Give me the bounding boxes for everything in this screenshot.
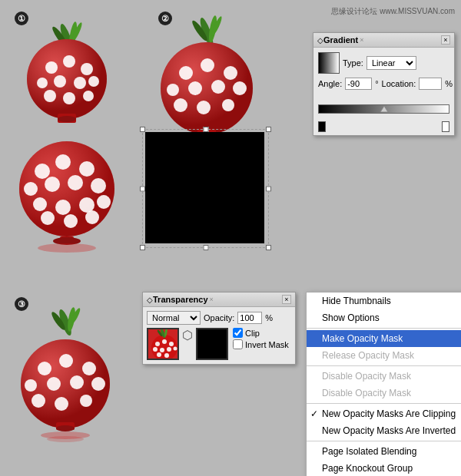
svg-point-31 [68, 175, 83, 190]
svg-point-76 [55, 397, 68, 411]
svg-point-88 [160, 348, 164, 352]
svg-point-33 [33, 197, 47, 211]
clip-checkbox[interactable] [233, 328, 243, 338]
handle-bl[interactable] [140, 245, 145, 250]
svg-point-73 [70, 375, 84, 389]
svg-point-36 [97, 195, 111, 209]
svg-point-92 [164, 353, 169, 358]
svg-point-75 [32, 394, 45, 408]
svg-point-13 [63, 55, 75, 68]
panel-tab-indicator: × [360, 36, 363, 44]
svg-point-27 [55, 154, 71, 170]
svg-point-70 [82, 362, 96, 375]
gradient-rectangle [142, 129, 269, 248]
svg-point-14 [81, 63, 93, 75]
mask-thumb-black[interactable] [196, 328, 228, 360]
transparency-panel-titlebar[interactable]: ◇ Transparency × × [143, 293, 295, 307]
context-menu: Hide Thumbnails Show Options Make Opacit… [306, 292, 461, 476]
stop-black[interactable] [318, 121, 326, 132]
svg-point-58 [222, 99, 234, 111]
mask-link-icon[interactable]: ⬡ [182, 328, 193, 342]
handle-br[interactable] [266, 245, 271, 250]
type-select[interactable]: Linear [366, 56, 416, 70]
stop-white[interactable] [442, 121, 449, 132]
menu-item-new-opacity-inverted[interactable]: New Opacity Masks Are Inverted [307, 422, 461, 439]
gradient-preview[interactable] [318, 52, 340, 74]
menu-item-hide-thumbnails[interactable]: Hide Thumbnails [307, 293, 461, 309]
svg-point-77 [80, 395, 92, 407]
svg-point-34 [55, 200, 71, 215]
type-label: Type: [343, 58, 363, 68]
panel-tab-indicator-2: × [210, 296, 214, 303]
handle-mr[interactable] [266, 186, 271, 191]
menu-divider-2 [307, 365, 461, 366]
opacity-input[interactable] [237, 312, 262, 324]
gradient-stops-row [318, 121, 449, 132]
gradient-panel-titlebar[interactable]: ◇ Gradient × × [313, 33, 454, 48]
svg-point-72 [47, 377, 61, 391]
svg-point-56 [174, 98, 187, 112]
menu-item-disable-opacity-mask[interactable]: Disable Opacity Mask [307, 368, 461, 385]
gradient-panel-title: Gradient [323, 35, 358, 45]
transparency-panel-title: Transparency [153, 295, 208, 304]
menu-item-release-opacity-mask[interactable]: Release Opacity Mask [307, 347, 461, 364]
menu-item-page-isolated[interactable]: Page Isolated Blending [307, 443, 461, 460]
angle-input[interactable] [345, 78, 372, 90]
gradient-panel-close[interactable]: × [441, 35, 450, 45]
svg-point-91 [157, 352, 161, 357]
vase-illustration-1 [8, 21, 127, 284]
svg-point-15 [37, 78, 48, 88]
svg-point-32 [91, 178, 106, 193]
svg-point-84 [155, 342, 160, 346]
svg-point-21 [83, 91, 94, 101]
location-input[interactable] [419, 78, 442, 90]
svg-point-26 [35, 164, 50, 179]
gradient-angle-row: Angle: ° Location: % [318, 78, 449, 90]
svg-point-18 [88, 76, 99, 87]
invert-mask-checkbox[interactable] [233, 339, 243, 349]
invert-mask-option[interactable]: Invert Mask [233, 339, 289, 349]
menu-item-show-options[interactable]: Show Options [307, 309, 461, 326]
svg-point-50 [201, 58, 214, 72]
menu-divider-1 [307, 328, 461, 329]
watermark: 思缘设计论坛 www.MISSVUAN.com [331, 6, 455, 17]
blend-mode-select[interactable]: Normal [147, 311, 201, 325]
svg-point-53 [188, 81, 202, 95]
svg-point-28 [79, 161, 95, 177]
svg-point-29 [24, 182, 38, 196]
svg-point-89 [167, 347, 171, 352]
diamond-icon: ◇ [317, 36, 323, 45]
svg-point-57 [197, 101, 211, 114]
menu-item-page-knockout[interactable]: Page Knockout Group [307, 460, 461, 476]
svg-point-68 [38, 362, 51, 375]
gradient-bar-container [318, 104, 449, 118]
svg-point-54 [211, 80, 225, 94]
handle-tl[interactable] [140, 127, 145, 132]
svg-point-79 [56, 425, 75, 431]
handle-bm[interactable] [203, 245, 208, 250]
svg-point-49 [179, 66, 193, 80]
svg-point-55 [233, 81, 247, 95]
handle-ml[interactable] [140, 186, 145, 191]
percent-symbol: % [445, 79, 453, 88]
clip-option[interactable]: Clip [233, 328, 289, 338]
mask-thumb-vase[interactable] [147, 328, 179, 360]
svg-point-19 [44, 90, 56, 102]
handle-tm[interactable] [203, 127, 208, 132]
menu-divider-3 [307, 403, 461, 404]
menu-item-unlink-opacity-mask[interactable]: Disable Opacity Mask [307, 385, 461, 402]
opacity-percent: % [265, 313, 273, 322]
svg-point-20 [63, 92, 75, 104]
svg-point-37 [41, 211, 55, 225]
svg-point-52 [167, 84, 179, 96]
gradient-panel-body: Type: Linear Angle: ° Location: % [313, 48, 454, 98]
svg-point-90 [174, 347, 177, 351]
opacity-label: Opacity: [204, 313, 234, 322]
transparency-panel-close[interactable]: × [282, 295, 291, 304]
menu-item-make-opacity-mask[interactable]: Make Opacity Mask [307, 330, 461, 347]
handle-tr[interactable] [266, 127, 271, 132]
menu-divider-4 [307, 441, 461, 441]
menu-item-new-opacity-clipping[interactable]: ✓ New Opacity Masks Are Clipping [307, 405, 461, 422]
svg-point-86 [169, 342, 174, 346]
transparency-panel-body: Normal Opacity: % [143, 307, 295, 364]
